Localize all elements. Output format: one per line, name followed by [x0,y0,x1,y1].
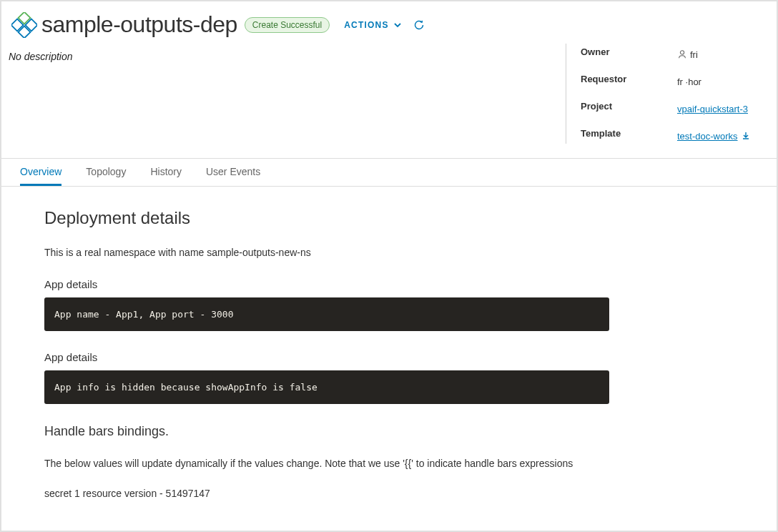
actions-label: ACTIONS [344,20,388,30]
owner-label: Owner [581,46,677,62]
project-link[interactable]: vpaif-quickstart-3 [677,104,748,114]
app-details-heading-2: App details [44,351,734,363]
svg-point-4 [680,51,684,54]
content-area: Deployment details This is a real namesp… [1,187,777,521]
download-icon[interactable] [741,131,751,141]
tab-history[interactable]: History [150,159,182,186]
actions-dropdown-button[interactable]: ACTIONS [344,20,401,30]
template-link[interactable]: test-doc-works [677,131,738,142]
app-details-heading-1: App details [44,278,734,290]
description-text: No description [9,44,73,62]
secret-line: secret 1 resource version - 51497147 [44,488,734,499]
meta-table: Owner fri Requestor fr ·hor Project vpai… [581,44,767,144]
section-title: Deployment details [44,208,734,228]
requestor-label: Requestor [581,74,677,89]
handlebars-description: The below values will update dynamically… [44,458,734,469]
tab-user-events[interactable]: User Events [206,159,260,186]
sub-header: No description Owner fri Requestor fr ·h… [1,44,777,158]
page-title: sample-outputs-dep [41,11,237,38]
user-icon [677,49,687,59]
code-block-2: App info is hidden because showAppInfo i… [44,370,609,404]
owner-value: fri [677,46,767,62]
owner-value-text: fri [690,49,698,60]
project-label: Project [581,101,677,117]
handlebars-title: Handle bars bindings. [44,424,734,439]
refresh-icon[interactable] [413,19,425,31]
tab-overview[interactable]: Overview [20,159,61,186]
requestor-value: fr ·hor [677,74,767,89]
template-label: Template [581,128,677,144]
status-badge: Create Successful [245,17,330,33]
meta-divider [566,44,566,144]
code-block-1: App name - App1, App port - 3000 [44,297,609,331]
chevron-down-icon [393,21,402,29]
tabs-bar: Overview Topology History User Events [1,158,777,187]
app-logo-icon [11,12,37,38]
header-bar: sample-outputs-dep Create Successful ACT… [1,1,777,44]
tab-topology[interactable]: Topology [86,159,126,186]
namespace-text: This is a real namespace with name sampl… [44,247,734,258]
